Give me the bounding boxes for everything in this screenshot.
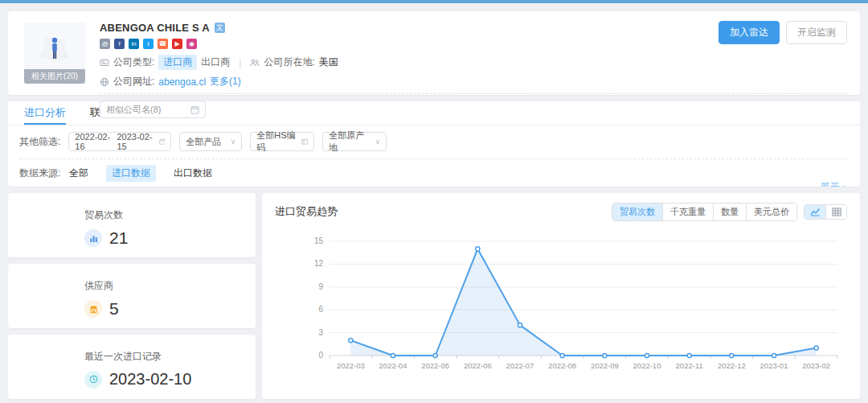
youtube-icon[interactable]: ▶: [172, 39, 182, 49]
company-header-card: 相关图片(20) ABENGOA CHILE S A 文 @fint☎▶◉ 公司…: [8, 11, 860, 95]
metric-trade-count-button[interactable]: 贸易次数: [612, 204, 662, 220]
main-content: 贸易次数 21 供应商 5 最近一次进口记录: [8, 193, 860, 399]
x-axis-tick-label: 2023-02: [802, 361, 830, 370]
x-axis-tick-label: 2022-06: [464, 361, 492, 370]
x-axis-tick-label: 2022-10: [633, 361, 661, 370]
stat-card-trade-count: 贸易次数 21: [8, 193, 256, 257]
data-point-2022-07[interactable]: [518, 323, 522, 327]
expand-link[interactable]: 展开 ∨: [820, 180, 847, 187]
website-link[interactable]: abengoa.cl: [158, 76, 206, 88]
x-axis-tick-label: 2022-11: [676, 361, 703, 370]
x-axis-tick-label: 2022-08: [548, 361, 576, 370]
line-chart-view-icon[interactable]: [805, 205, 825, 219]
calendar-icon: [190, 105, 199, 114]
source-option-import[interactable]: 进口数据: [106, 165, 156, 182]
data-point-2022-06[interactable]: [476, 247, 480, 251]
filter-row: 其他筛选: 2022-02-16 2023-02-15 全部产品 ∨ 全部HS编…: [19, 132, 849, 151]
stat-value: 5: [109, 299, 119, 319]
hs-code-picker-icon: [301, 138, 308, 146]
clock-icon: [84, 371, 102, 389]
data-point-2022-11[interactable]: [687, 353, 691, 357]
data-point-2023-02[interactable]: [814, 346, 818, 350]
chevron-down-icon: ∨: [841, 183, 847, 187]
data-point-2022-05[interactable]: [433, 353, 437, 357]
add-radar-button[interactable]: 加入雷达: [719, 21, 780, 44]
date-range-input[interactable]: 2022-02-16 2023-02-15: [68, 132, 171, 151]
location-value: 美国: [319, 56, 338, 69]
product-select[interactable]: 全部产品 ∨: [179, 132, 242, 151]
x-axis-tick-label: 2022-05: [421, 361, 449, 370]
header-dashed-divider: [100, 93, 847, 94]
stat-card-last-import: 最近一次进口记录 2023-02-10: [8, 335, 256, 399]
vertical-divider: |: [239, 57, 241, 68]
phone-icon[interactable]: ☎: [158, 39, 168, 49]
company-image[interactable]: 相关图片(20): [24, 23, 85, 84]
stat-label: 贸易次数: [84, 208, 256, 222]
data-point-2022-09[interactable]: [603, 353, 607, 357]
metric-kg-weight-button[interactable]: 千克重量: [662, 204, 713, 220]
related-images-label[interactable]: 相关图片(20): [24, 69, 85, 84]
y-axis-tick-label: 3: [318, 328, 323, 337]
location-label: 公司所在地:: [264, 56, 314, 69]
hs-code-value: 全部HS编码: [256, 130, 297, 154]
data-point-2023-01[interactable]: [772, 353, 776, 357]
chevron-down-icon: ∨: [375, 138, 381, 146]
data-point-2022-03[interactable]: [349, 338, 353, 342]
metric-quantity-button[interactable]: 数量: [713, 204, 746, 220]
chevron-down-icon: ∨: [231, 138, 236, 146]
x-axis-tick-label: 2022-07: [506, 361, 534, 370]
source-option-export[interactable]: 出口数据: [174, 167, 212, 180]
y-axis-tick-label: 9: [318, 282, 323, 291]
instagram-icon[interactable]: ◉: [186, 39, 197, 49]
type-exporter-option[interactable]: 出口商: [201, 56, 230, 69]
bar-chart-icon: [84, 229, 102, 247]
company-website-row: 公司网址: abengoa.cl 更多(1): [100, 75, 847, 88]
stats-column: 贸易次数 21 供应商 5 最近一次进口记录: [8, 193, 256, 399]
source-option-all[interactable]: 全部: [69, 167, 88, 180]
y-axis-tick-label: 6: [318, 305, 323, 314]
trend-chart: 036912152022-032022-042022-052022-062022…: [275, 227, 847, 388]
type-importer-tag[interactable]: 进口商: [158, 55, 197, 70]
x-axis-tick-label: 2022-12: [718, 361, 746, 370]
date-end: 2023-02-15: [117, 132, 152, 151]
other-filter-label: 其他筛选:: [19, 135, 60, 149]
website-more-link[interactable]: 更多(1): [210, 75, 241, 88]
metric-button-group: 贸易次数 千克重量 数量 美元总价: [612, 203, 797, 221]
translate-icon[interactable]: 文: [215, 23, 225, 33]
similar-company-input[interactable]: 相似公司名(8): [100, 101, 206, 118]
company-name: ABENGOA CHILE S A: [100, 22, 210, 34]
x-axis-tick-label: 2022-09: [591, 361, 619, 370]
data-point-2022-08[interactable]: [560, 353, 564, 357]
metric-usd-total-button[interactable]: 美元总价: [746, 204, 796, 220]
start-monitor-button[interactable]: 开启监测: [786, 21, 847, 44]
origin-select[interactable]: 全部原产地 ∨: [322, 132, 387, 151]
hs-code-select[interactable]: 全部HS编码: [250, 132, 314, 151]
view-toggle-group: [804, 204, 847, 220]
data-source-section: 数据来源: 全部 进口数据 出口数据 全部进口 海上丝绸之路提单 美国 展开 ∨: [8, 159, 860, 187]
data-point-2022-04[interactable]: [391, 353, 395, 357]
company-type-row: 公司类型: 进口商 出口商 | 公司所在地: 美国: [100, 55, 847, 70]
stat-value: 2023-02-10: [109, 370, 191, 389]
chart-title: 进口贸易趋势: [275, 204, 338, 219]
similar-company-placeholder: 相似公司名(8): [106, 104, 161, 116]
chart-toolbar: 贸易次数 千克重量 数量 美元总价: [612, 203, 847, 221]
shop-icon: [84, 300, 102, 318]
email-icon[interactable]: @: [100, 39, 110, 49]
company-type-label: 公司类型:: [113, 56, 154, 69]
table-view-icon[interactable]: [825, 205, 846, 219]
calendar-icon: [159, 138, 166, 146]
x-axis-tick-label: 2022-04: [379, 361, 407, 370]
location-icon: [250, 58, 260, 68]
person-illustration-icon: [37, 29, 72, 68]
y-axis-tick-label: 12: [314, 259, 324, 268]
data-point-2022-10[interactable]: [645, 353, 649, 357]
y-axis-tick-label: 0: [318, 351, 323, 360]
facebook-icon[interactable]: f: [114, 39, 125, 49]
tab-import-analysis[interactable]: 进口分析: [24, 101, 66, 125]
date-start: 2022-02-16: [75, 132, 110, 151]
data-point-2022-12[interactable]: [730, 353, 734, 357]
twitter-icon[interactable]: t: [143, 39, 154, 49]
x-axis-tick-label: 2022-03: [337, 361, 365, 370]
linkedin-icon[interactable]: in: [129, 39, 139, 49]
stat-card-suppliers: 供应商 5: [8, 264, 256, 328]
